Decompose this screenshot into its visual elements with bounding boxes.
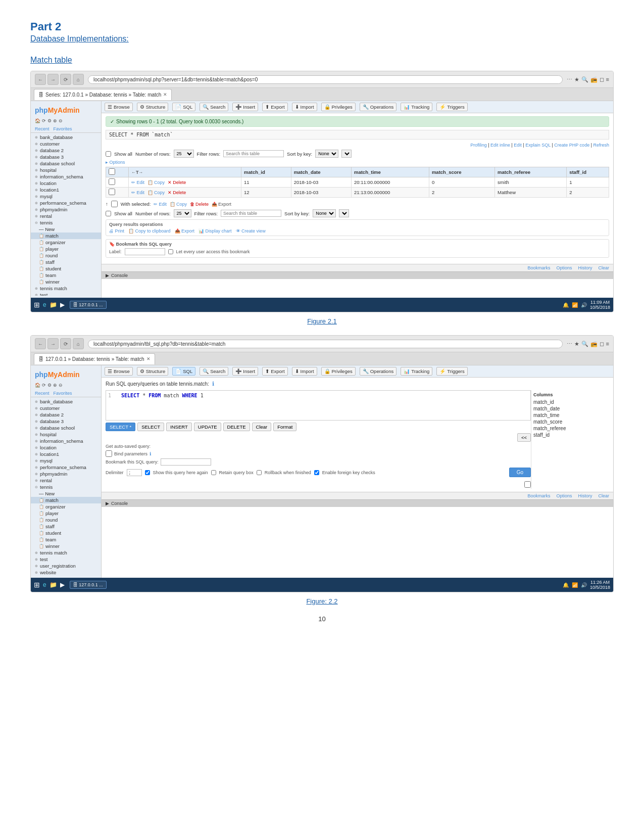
arrow-collapse-button[interactable]: << <box>517 433 531 442</box>
bookmark-sql-input[interactable] <box>161 458 211 466</box>
sidebar-item-new[interactable]: — New <box>31 226 101 233</box>
sidebar-item-performance-schema[interactable]: ⊕ performance_schema <box>31 200 101 206</box>
sidebar-item-rental-2[interactable]: ⊕ rental <box>31 477 101 484</box>
tab-close-1[interactable]: ✕ <box>163 92 167 97</box>
col-panel-match-id[interactable]: match_id <box>533 399 607 405</box>
delete-link-row1[interactable]: ✕ Delete <box>168 180 186 185</box>
sidebar-item-new-2[interactable]: — New <box>31 490 101 497</box>
col-match-score[interactable]: match_score <box>429 167 494 177</box>
sidebar-item-mysql-2[interactable]: ⊕ mysql <box>31 457 101 464</box>
sidebar-item-team[interactable]: 📋 team <box>31 272 101 279</box>
num-rows-select[interactable]: 25 50 100 <box>174 150 194 158</box>
search-browser-icon[interactable]: 🔍 <box>581 76 588 83</box>
copy-selected-button[interactable]: 📋 Copy <box>170 202 187 207</box>
retain-query-checkbox[interactable] <box>211 470 216 475</box>
col-panel-match-date[interactable]: match_date <box>533 405 607 412</box>
settings-pma-icon-2[interactable]: ⚙ <box>47 383 52 388</box>
import-button-2[interactable]: ⬇ Import <box>292 367 317 376</box>
sql-editor-textarea[interactable]: 1 SELECT * FROM match WHERE 1 <box>106 390 531 421</box>
sidebar-item-student-2[interactable]: 📋 student <box>31 530 101 536</box>
privileges-button[interactable]: 🔒 Privileges <box>321 103 356 111</box>
go-button[interactable]: Go <box>509 468 531 477</box>
favorites-label[interactable]: Favorites <box>54 126 72 131</box>
show-all-checkbox[interactable] <box>106 151 111 157</box>
sidebar-item-test[interactable]: ⊕ test <box>31 292 101 296</box>
browse-button-2[interactable]: ☰ Browse <box>105 367 133 376</box>
structure-button-2[interactable]: ⚙ Structure <box>137 367 169 376</box>
options-link[interactable]: Options <box>556 265 572 270</box>
operations-button[interactable]: 🔧 Operations <box>360 103 397 111</box>
options-row[interactable]: ▸ Options <box>106 160 609 165</box>
explain-sql-link[interactable]: Explain SQL <box>525 143 551 148</box>
filter-input-bottom[interactable] <box>221 210 281 217</box>
triggers-button-2[interactable]: ⚡ Triggers <box>436 367 468 376</box>
sidebar-item-tennis-match[interactable]: ⊕ tennis match <box>31 285 101 292</box>
file-explorer-icon[interactable]: 📁 <box>49 301 57 308</box>
play-icon[interactable]: ▶ <box>60 301 65 308</box>
show-all-checkbox-bottom[interactable] <box>106 211 111 216</box>
sidebar-item-student[interactable]: 📋 student <box>31 265 101 272</box>
browse-button[interactable]: ☰ Browse <box>105 103 133 111</box>
refresh-button[interactable]: ⟳ <box>60 74 71 85</box>
col-match-id[interactable]: match_id <box>241 167 291 177</box>
operations-button-2[interactable]: 🔧 Operations <box>360 367 397 376</box>
triggers-button[interactable]: ⚡ Triggers <box>436 103 468 111</box>
taskbar-browser-btn[interactable]: 🗄 127.0.0.1 ... <box>70 301 107 309</box>
edit-link-row2[interactable]: ✏ Edit <box>131 190 144 195</box>
col-panel-match-time[interactable]: match_time <box>533 412 607 419</box>
recent-label-2[interactable]: Recent <box>35 391 49 396</box>
clear-link-2[interactable]: Clear <box>598 493 609 498</box>
sidebar-item-hospital[interactable]: ⊕ hospital <box>31 167 101 173</box>
col-match-date[interactable]: match_date <box>291 167 351 177</box>
sidebar-item-team-2[interactable]: 📋 team <box>31 536 101 543</box>
maximize-icon[interactable]: ◻ <box>600 76 604 83</box>
taskbar-browser-btn-2[interactable]: 🗄 127.0.0.1 ... <box>70 581 107 589</box>
home-button-2[interactable]: ⌂ <box>73 338 84 349</box>
tracking-button-2[interactable]: 📊 Tracking <box>401 367 432 376</box>
address-bar-2[interactable]: localhost/phpmyadmin/tbl_sql.php?db=tenn… <box>88 340 563 348</box>
privileges-button-2[interactable]: 🔒 Privileges <box>321 367 356 376</box>
sidebar-item-performance-schema-2[interactable]: ⊕ performance_schema <box>31 464 101 471</box>
settings-pma-icon[interactable]: ⚙ <box>47 118 52 123</box>
history-link[interactable]: History <box>578 265 592 270</box>
export-selected-button[interactable]: 📤 Export <box>212 202 231 207</box>
tracking-button[interactable]: 📊 Tracking <box>401 103 432 111</box>
maximize-icon-2[interactable]: ◻ <box>600 341 604 347</box>
delimiter-input[interactable] <box>127 469 142 476</box>
bookmark-label-input[interactable] <box>125 248 165 255</box>
windows-icon[interactable]: ⊞ <box>34 301 40 309</box>
sidebar-item-phpmyadmin-2[interactable]: ⊕ phpmyadmin <box>31 471 101 477</box>
final-checkbox[interactable] <box>524 481 531 488</box>
sidebar-item-round-2[interactable]: 📋 round <box>31 517 101 523</box>
sidebar-item-database2[interactable]: ⊕ database 2 <box>31 147 101 154</box>
address-bar-1[interactable]: localhost/phpmyadmin/sql.php?server=1&db… <box>88 75 563 84</box>
search-button-2[interactable]: 🔍 Search <box>200 367 228 376</box>
insert-button[interactable]: ➕ Insert <box>232 103 258 111</box>
sidebar-item-tennis[interactable]: ⊖ tennis <box>31 219 101 226</box>
forward-button-2[interactable]: → <box>47 338 59 349</box>
edit-selected-button[interactable]: ✏ Edit <box>154 202 167 207</box>
edge-icon[interactable]: e <box>43 301 46 308</box>
col-panel-match-referee[interactable]: match_referee <box>533 425 607 432</box>
row-select-checkbox[interactable] <box>109 189 115 195</box>
sort-dir-select[interactable]: ▼ <box>341 150 352 158</box>
copy-clipboard-link[interactable]: 📋 Copy to clipboard <box>128 228 171 234</box>
delete-selected-button[interactable]: 🗑 Delete <box>190 202 209 207</box>
check-all-with-selected[interactable] <box>111 201 118 207</box>
refresh-pma-icon-2[interactable]: ⟳ <box>42 383 46 388</box>
sidebar-item-winner[interactable]: 📋 winner <box>31 279 101 285</box>
sidebar-item-organizer-2[interactable]: 📋 organizer <box>31 503 101 510</box>
more-pma-icon-2[interactable]: ⊕ <box>53 383 57 388</box>
sidebar-item-location1-2[interactable]: ⊕ location1 <box>31 451 101 457</box>
tab-close-2[interactable]: ✕ <box>146 356 151 361</box>
sort-by-select-bottom[interactable]: None <box>313 209 336 217</box>
star-icon-2[interactable]: ★ <box>574 341 579 347</box>
sidebar-item-website-2[interactable]: ⊕ website <box>31 569 101 576</box>
create-php-link[interactable]: Create PHP code <box>554 143 589 148</box>
sidebar-item-match[interactable]: 📋 match <box>31 233 101 239</box>
sidebar-item-bank-database[interactable]: ⊕ bank_database <box>31 134 101 141</box>
star-icon[interactable]: ★ <box>574 76 579 83</box>
sidebar-item-customer-2[interactable]: ⊕ customer <box>31 405 101 411</box>
sql-button[interactable]: 📄 SQL <box>172 103 195 111</box>
num-rows-select-bottom[interactable]: 25 <box>174 209 191 217</box>
